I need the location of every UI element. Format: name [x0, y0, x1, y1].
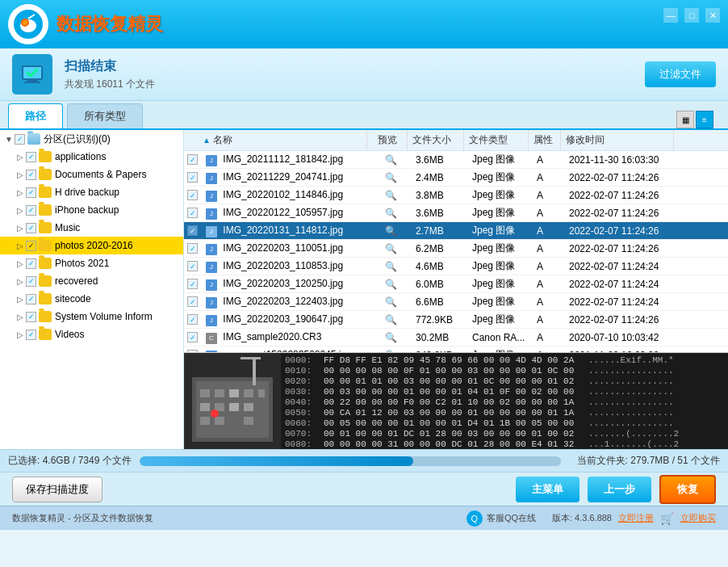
file-checkbox[interactable]: ✓ — [187, 279, 198, 289]
file-checkbox[interactable]: ✓ — [187, 261, 198, 271]
file-row[interactable]: ✓ J IMG_20220203_120250.jpg 🔍 6.0MB Jpeg… — [184, 275, 728, 293]
file-preview[interactable]: 🔍 — [370, 296, 411, 309]
file-checkbox[interactable]: ✓ — [187, 172, 198, 183]
tree-item-recovered[interactable]: ▷ ✓ recovered — [0, 272, 183, 290]
file-checkbox[interactable]: ✓ — [187, 314, 198, 325]
item-checkbox[interactable]: ✓ — [26, 205, 36, 216]
item-checkbox[interactable]: ✓ — [26, 152, 36, 162]
hex-addr: 0080: — [285, 439, 317, 449]
preview-search-icon[interactable]: 🔍 — [384, 331, 397, 344]
save-scan-button[interactable]: 保存扫描进度 — [12, 477, 103, 502]
restore-button[interactable]: 恢复 — [659, 475, 716, 504]
item-checkbox[interactable]: ✓ — [26, 294, 36, 304]
file-row[interactable]: ✓ J IMG_20220203_190647.jpg 🔍 772.9KB Jp… — [184, 311, 728, 329]
tree-item-photos-2020[interactable]: ▷ ✓ photos 2020-2016 — [0, 237, 183, 254]
file-row[interactable]: ✓ J IMG_20220203_110051.jpg 🔍 6.2MB Jpeg… — [184, 240, 728, 258]
tree-item-photos-2021[interactable]: ▷ ✓ Photos 2021 — [0, 254, 183, 272]
item-checkbox[interactable]: ✓ — [26, 170, 36, 180]
tree-item-iphone-backup[interactable]: ▷ ✓ iPhone backup — [0, 201, 183, 219]
preview-search-icon[interactable]: 🔍 — [384, 171, 397, 184]
preview-search-icon[interactable]: 🔍 — [384, 260, 397, 273]
maximize-button[interactable]: □ — [684, 8, 699, 23]
file-name: J IMG_20220203_122403.jpg — [201, 296, 370, 309]
file-time: 2022-02-07 11:24:26 — [564, 190, 677, 201]
file-time: 2022-02-07 11:24:26 — [564, 208, 677, 219]
file-row[interactable]: ✓ J IMG_20211229_204741.jpg 🔍 2.4MB Jpeg… — [184, 169, 728, 187]
file-checkbox[interactable]: ✓ — [187, 190, 198, 200]
tree-item-applications[interactable]: ▷ ✓ applications — [0, 148, 183, 166]
grid-view-button[interactable]: ▦ — [676, 111, 694, 128]
tree-item-music[interactable]: ▷ ✓ Music — [0, 219, 183, 237]
col-header-size: 文件大小 — [408, 130, 464, 150]
minimize-button[interactable]: — — [663, 8, 678, 23]
file-preview[interactable]: 🔍 — [370, 331, 411, 344]
item-checkbox[interactable]: ✓ — [26, 258, 36, 269]
hex-bytes: 00 CA 01 12 00 03 00 00 00 01 00 00 00 0… — [324, 408, 582, 418]
file-row[interactable]: ✓ J IMG_20220203_110853.jpg 🔍 4.6MB Jpeg… — [184, 258, 728, 275]
file-preview[interactable]: 🔍 — [370, 207, 411, 220]
main-menu-button[interactable]: 主菜单 — [516, 477, 579, 502]
buy-link[interactable]: 立即购买 — [680, 512, 716, 524]
file-preview[interactable]: 🔍 — [370, 278, 411, 291]
register-link[interactable]: 立即注册 — [618, 512, 654, 524]
filter-button[interactable]: 过滤文件 — [645, 61, 716, 87]
tree-item-system-volume[interactable]: ▷ ✓ System Volume Inform — [0, 308, 183, 326]
file-preview[interactable]: 🔍 — [370, 189, 411, 202]
file-row[interactable]: ✓ J IMG_20220122_105957.jpg 🔍 3.6MB Jpeg… — [184, 204, 728, 222]
col-header-preview: 预览 — [367, 130, 408, 150]
file-preview[interactable]: 🔍 — [370, 242, 411, 255]
item-checkbox[interactable]: ✓ — [26, 330, 36, 340]
file-type: Canon RA... — [467, 332, 532, 343]
file-row[interactable]: ✓ J IMG_20220102_114846.jpg 🔍 3.8MB Jpeg… — [184, 187, 728, 204]
file-checkbox[interactable]: ✓ — [187, 154, 198, 165]
file-row[interactable]: ✓ J mmexport1589282568045.jpg 🔍 849.0KB … — [184, 346, 728, 352]
preview-search-icon[interactable]: 🔍 — [384, 296, 397, 309]
close-button[interactable]: ✕ — [705, 8, 720, 23]
file-preview[interactable]: 🔍 — [370, 260, 411, 273]
tree-item-sitecode[interactable]: ▷ ✓ sitecode — [0, 290, 183, 308]
preview-search-icon[interactable]: 🔍 — [384, 242, 397, 255]
preview-search-icon[interactable]: 🔍 — [384, 153, 397, 166]
file-name: J IMG_20211112_181842.jpg — [201, 153, 370, 166]
file-checkbox[interactable]: ✓ — [187, 296, 198, 307]
file-preview[interactable]: 🔍 — [370, 171, 411, 184]
tree-item-h-drive[interactable]: ▷ ✓ H drive backup — [0, 183, 183, 201]
file-checkbox[interactable]: ✓ — [187, 243, 198, 254]
item-checkbox[interactable]: ✓ — [26, 223, 36, 233]
tree-item-documents[interactable]: ▷ ✓ Documents & Papers — [0, 166, 183, 183]
hex-addr: 0030: — [285, 387, 317, 397]
tree-root[interactable]: ▼ ✓ 分区(已识别)(0) — [0, 130, 183, 148]
prev-step-button[interactable]: 上一步 — [588, 477, 651, 502]
jpg-icon: J — [206, 208, 217, 220]
file-name: J IMG_20211229_204741.jpg — [201, 171, 370, 184]
root-checkbox[interactable]: ✓ — [15, 134, 25, 145]
file-row[interactable]: ✓ C IMG_sample2020.CR3 🔍 30.2MB Canon RA… — [184, 329, 728, 346]
item-checkbox[interactable]: ✓ — [26, 187, 36, 198]
hex-row: 0010: 00 00 00 08 00 0F 01 00 00 03 00 0… — [285, 366, 724, 376]
file-preview[interactable]: 🔍 — [370, 225, 411, 237]
preview-search-icon[interactable]: 🔍 — [384, 207, 397, 220]
file-type: Jpeg 图像 — [467, 153, 532, 166]
file-row[interactable]: ✓ J IMG_20211112_181842.jpg 🔍 3.6MB Jpeg… — [184, 151, 728, 169]
tab-path[interactable]: 路径 — [8, 103, 63, 128]
list-view-button[interactable]: ≡ — [696, 111, 713, 128]
tree-item-videos[interactable]: ▷ ✓ Videos — [0, 326, 183, 343]
file-row[interactable]: ✓ J IMG_20220203_122403.jpg 🔍 6.6MB Jpeg… — [184, 293, 728, 311]
item-checkbox[interactable]: ✓ — [26, 276, 36, 287]
tree-item-label: photos 2020-2016 — [55, 240, 133, 251]
file-checkbox[interactable]: ✓ — [187, 208, 198, 218]
file-checkbox[interactable]: ✓ — [187, 225, 198, 236]
preview-search-icon[interactable]: 🔍 — [384, 278, 397, 291]
file-preview[interactable]: 🔍 — [370, 153, 411, 166]
item-checkbox[interactable]: ✓ — [26, 241, 36, 251]
tab-all-types[interactable]: 所有类型 — [67, 103, 143, 128]
file-preview[interactable]: 🔍 — [370, 313, 411, 326]
preview-search-icon[interactable]: 🔍 — [384, 189, 397, 202]
item-checkbox[interactable]: ✓ — [26, 312, 36, 322]
file-checkbox[interactable]: ✓ — [187, 332, 198, 342]
file-name: J IMG_20220203_110051.jpg — [201, 242, 370, 255]
hex-ascii: ................ — [588, 376, 674, 386]
file-row-selected[interactable]: ✓ J IMG_20220131_114812.jpg 🔍 2.7MB Jpeg… — [184, 222, 728, 240]
preview-search-icon[interactable]: 🔍 — [384, 313, 397, 326]
preview-search-icon[interactable]: 🔍 — [384, 225, 397, 237]
